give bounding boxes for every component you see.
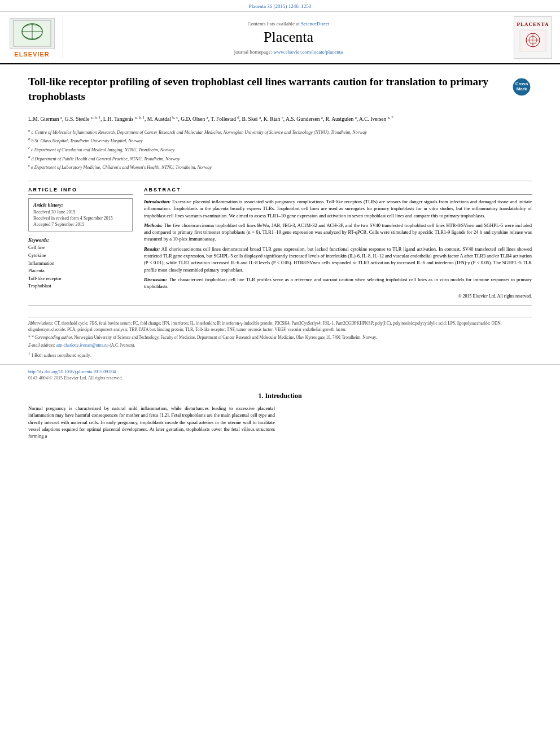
authors-section: L.M. Gierman a, G.S. Stødle a, b, 1, L.H… [0,110,560,175]
doi-url[interactable]: http://dx.doi.org/10.1016/j.placenta.201… [28,369,532,374]
citation-bar: Placenta 36 (2015) 1246–1253 [0,0,560,12]
crossmark-badge[interactable]: Cross Mark [511,77,532,97]
article-info-column: ARTICLE INFO Article history: Received 3… [28,187,133,299]
elsevier-wordmark: ELSEVIER [14,51,49,58]
homepage-line: journal homepage: www.elsevier.com/locat… [234,49,343,55]
header-divider [28,181,532,181]
affiliation-e: e e Department of Laboratory Medicine, C… [28,163,532,171]
author-list: L.M. Gierman a, G.S. Stødle a, b, 1, L.H… [28,115,532,124]
accepted-date: Accepted 7 September 2015 [33,221,128,228]
journal-header: ELSEVIER Contents lists available at Sci… [0,12,560,64]
sciencedirect-line: Contents lists available at ScienceDirec… [248,21,330,27]
abstract-methods-label: Methods: [144,222,163,228]
issn-text: 0143-4004/© 2015 Elsevier Ltd. All right… [28,375,532,381]
article-info-abstract: ARTICLE INFO Article history: Received 3… [0,187,560,299]
email-label: E-mail address: [28,343,55,348]
abstract-introduction: Introduction: Excessive placental inflam… [144,198,532,219]
abstract-intro-text: Excessive placental inflammation is asso… [144,199,532,219]
abstract-results: Results: All choriocarcinoma cell lines … [144,246,532,273]
elsevier-logo-image [10,18,55,49]
corresponding-label: * Corresponding author. [32,335,73,340]
elsevier-branding: ELSEVIER [7,16,63,59]
introduction-section: 1. Introduction Normal pregnancy is char… [0,384,560,443]
citation-text: Placenta 36 (2015) 1246–1253 [249,3,312,9]
keyword-trophoblast: Trophoblast [28,282,133,290]
keywords-list: Cell line Cytokine Inflammation Placenta… [28,244,133,290]
abbreviations: Abbreviations: CT, threshold cycle; FBS,… [28,321,532,333]
abstract-title: ABSTRACT [144,187,532,195]
keyword-cytokine: Cytokine [28,252,133,260]
sciencedirect-link[interactable]: ScienceDirect [301,21,329,27]
keyword-placenta: Placenta [28,267,133,275]
abstract-discussion-label: Discussion: [144,277,167,282]
abstract-intro-label: Introduction: [144,199,170,204]
keywords-label: Keywords: [28,237,133,243]
homepage-link[interactable]: www.elsevier.com/locate/placenta [273,49,343,55]
abstract-discussion: Discussion: The characterized trophoblas… [144,276,532,290]
affiliation-b: b b St. Olavs Hospital, Trondheim Univer… [28,136,532,145]
abstract-results-label: Results: [144,246,160,252]
paper-title-text: Toll-like receptor profiling of seven tr… [28,75,505,103]
corresponding-text: Norwegian University of Science and Tech… [74,335,377,340]
keyword-inflammation: Inflammation [28,260,133,268]
journal-center-info: Contents lists available at ScienceDirec… [69,16,508,59]
history-label: Article history: [33,202,128,208]
copyright-line: © 2015 Elsevier Ltd. All rights reserved… [144,293,532,300]
affiliations: a a Centre of Molecular Inflammation Res… [28,128,532,171]
footnotes-area: Abbreviations: CT, threshold cycle; FBS,… [28,317,532,359]
intro-col-left: Normal pregnancy is characterized by nat… [28,405,275,443]
placenta-journal-logo: PLACENTA [514,16,552,59]
svg-text:Cross: Cross [515,81,528,86]
abstract-text: Introduction: Excessive placental inflam… [144,198,532,299]
email-link[interactable]: ann-charlotte.iversen@ntnu.no [56,343,109,348]
journal-logo-right: PLACENTA [508,16,553,59]
abbreviations-text: CT, threshold cycle; FBS, fetal bovine s… [28,321,502,332]
intro-col-right [285,405,532,443]
abstract-discussion-text: The characterized trophoblast cell line … [144,277,532,289]
equal-contribution: 1 1 Both authors contributed equally. [28,351,532,359]
affiliation-c: c c Department of Circulation and Medica… [28,145,532,154]
keywords-box: Keywords: Cell line Cytokine Inflammatio… [28,237,133,290]
affiliation-d: d d Department of Public Health and Gene… [28,154,532,163]
placenta-logo-title: PLACENTA [517,21,549,27]
keyword-cell-line: Cell line [28,244,133,252]
abstract-methods-text: The five choriocarcinoma trophoblast cel… [144,222,532,242]
affiliation-a: a a Centre of Molecular Inflammation Res… [28,128,532,136]
received-date: Received 30 June 2015 [33,209,128,215]
journal-title: Placenta [264,29,313,46]
email-line: E-mail address: ann-charlotte.iversen@nt… [28,343,532,349]
svg-text:Mark: Mark [517,86,527,91]
doi-bar: http://dx.doi.org/10.1016/j.placenta.201… [0,364,560,384]
intro-paragraph-1: Normal pregnancy is characterized by nat… [28,405,275,440]
content-divider [28,305,532,305]
abbreviations-label: Abbreviations: [28,321,53,326]
footnotes-section: Abbreviations: CT, threshold cycle; FBS,… [0,311,560,359]
authors-text: L.M. Gierman a, G.S. Stødle a, b, 1, L.H… [28,116,393,122]
elsevier-logo: ELSEVIER [10,18,55,58]
corresponding-author: * * Corresponding author. Norwegian Univ… [28,335,532,341]
abstract-results-text: All choriocarcinoma cell lines demonstra… [144,246,532,273]
intro-two-col: Normal pregnancy is characterized by nat… [28,405,532,443]
email-suffix: (A.C. Iversen). [110,343,135,348]
intro-header: 1. Introduction [28,392,532,400]
abstract-methods: Methods: The five choriocarcinoma tropho… [144,222,532,243]
article-history-box: Article history: Received 30 June 2015 R… [28,198,133,232]
article-info-title: ARTICLE INFO [28,187,133,195]
abstract-column: ABSTRACT Introduction: Excessive placent… [144,187,532,299]
paper-title-section: Toll-like receptor profiling of seven tr… [0,64,560,110]
revised-date: Received in revised form 4 September 201… [33,215,128,221]
paper-title: Toll-like receptor profiling of seven tr… [28,75,505,103]
keyword-tlr: Toll-like receptor [28,275,133,283]
